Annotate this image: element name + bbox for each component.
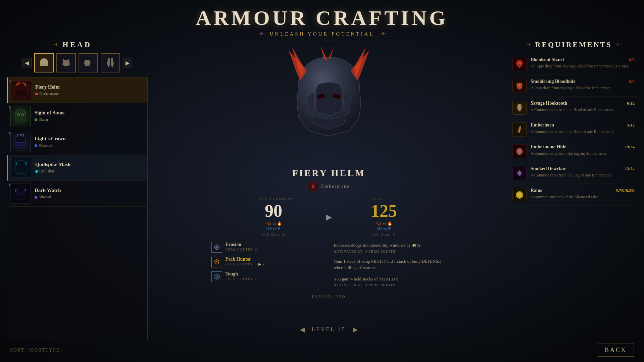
req-count-dewclaw: 12/24 [625,166,635,171]
upgrade-cell-slots: Cell Slots [339,232,430,237]
armor-tab-legs[interactable] [101,53,120,72]
bloodhide-icon [514,81,525,91]
req-name-dewclaw: Smoked Dewclaw [531,166,566,171]
current-stats-label: LEVEL 9 Current [228,197,319,201]
req-desc-dewclaw: A Common drop from the Leg of any Emberm… [531,172,635,178]
level-next-arrow[interactable]: ▶ [353,325,358,333]
req-desc-bloodsoul: An Epic drop from slaying a Bloodfire Em… [531,63,635,69]
req-item-dewclaw: Smoked Dewclaw 12/24 A Common drop from … [510,163,637,184]
item-name-stone: Sight of Stone [35,110,144,116]
perks-list: Evasion PERK POINTS: 2 [211,242,324,292]
req-desc-bloodhide: A Rare drop from slaying a Bloodfire Emb… [531,85,635,91]
req-title: REQUIREMENTS [535,40,612,49]
req-count-bloodhide: 0/6 [629,79,635,84]
stats-arrow: ▶ [326,212,332,222]
perk-desc-tough-text: You gain 4 held stacks of VITALITY. [334,276,446,282]
perk-desc-tough: You gain 4 held stacks of VITALITY. ACTI… [334,276,446,287]
req-desc-emberhorn: A Common drop from the Horn of any Ember… [531,129,635,135]
expand-info-button[interactable]: EXPAND INFO [312,294,346,299]
quill-helm-thumbnail [13,159,29,176]
svg-point-8 [518,193,521,197]
legs-tab-icon [105,57,116,68]
perk-desc-bold: 40% [412,243,420,248]
armor-type-text: Embermane [321,184,350,189]
req-info-emb-hide: Embermane Hide 19/24 A Common drop from … [531,144,635,156]
stats-section: LEVEL 9 Current 90 +15 vs 🔥 -15 vs ❄ Cel… [228,197,430,237]
sort-label[interactable]: SORT: {SORTTYPE} [10,348,63,353]
req-count-rams: 9.7K/6.2K [616,188,635,193]
req-item-bloodhide: Smoldering Bloodhide 0/6 A Rare drop fro… [510,75,637,97]
level-prev-arrow[interactable]: ◀ [300,325,305,333]
current-stats-mods: +15 vs 🔥 -15 vs ❄ [228,221,319,231]
req-name-row-emberhorn: Emberhorn 5/12 [531,122,635,128]
armor-type-icon [308,181,318,192]
armor-display: ᚠᚢᚦᚩᚱᚳ ᚠᚢᚦᚩᚱᚳ ᚠᚢᚦᚩᚱᚳ ᚠᚢᚦᚩᚱᚳ [148,40,510,168]
req-count-hooktooth: 6/12 [627,101,635,106]
upgrade-stats-label: LEVEL 15 [339,197,430,201]
rams-icon [514,190,525,200]
main-content: ⊣ HEAD ⊢ ◀ [0,40,644,340]
req-info-rams: Rams 9.7K/6.2K A common currency of the … [531,188,635,200]
hooktooth-icon [514,103,525,113]
req-icon-rams [512,188,527,202]
armor-tab-arms[interactable] [79,53,98,72]
perk-points-tough: PERK POINTS: 2 [226,277,324,281]
perk-name-tough: Tough [226,271,324,277]
req-info-dewclaw: Smoked Dewclaw 12/24 A Common drop from … [531,166,635,178]
req-name-hooktooth: Savage Hooktooth [531,101,567,106]
chest-tab-icon [60,57,72,68]
stone-helm-thumbnail [12,107,29,125]
req-name-emb-hide: Embermane Hide [531,144,566,150]
level-nav-text: LEVEL 15 [311,326,346,332]
equipment-item-sight-stone[interactable]: 0 Sight of Stone [7,103,147,129]
perk-desc-pack-text: Gain 1 stack of temp MIGHT and 1 stack o… [334,258,446,271]
type-dot-rezakiri [35,144,37,147]
req-count-bloodsoul: 0/3 [629,57,635,62]
upgrade-stats-mods: +21 vs 🔥 -21 vs ❄ [339,221,430,231]
type-dot-embermane [35,93,38,95]
corner-ornament-left: ⊣ [53,42,57,48]
tough-icon [213,273,220,280]
perk-info-evasion: Evasion PERK POINTS: 2 [226,242,324,251]
head-section-title: HEAD [62,40,92,49]
req-desc-hooktooth: A Common drop from the Head of any Ember… [531,107,635,113]
armor-tab-helm[interactable] [34,53,54,72]
emberhorn-icon [514,124,525,135]
armor-tab-next[interactable]: ▶ [123,58,132,67]
dark-helm-thumbnail [12,185,29,202]
req-corner-left: ⊣ [526,42,530,48]
current-stats-block: LEVEL 9 Current 90 +15 vs 🔥 -15 vs ❄ Cel… [228,197,319,237]
req-section-header: ⊣ REQUIREMENTS ⊢ [510,40,637,49]
req-name-bloodsoul: Bloodsoul Shard [531,57,564,62]
equipment-item-fiery-helm[interactable]: 90 Fiery Helm [7,77,147,103]
equipment-item-lights-crown[interactable]: 0 Light's Crown [7,129,147,155]
req-icon-bloodsoul [512,57,527,71]
item-info-fiery: Fiery Helm Embermane [35,84,144,96]
type-dot-quillshot [35,170,38,173]
dewclaw-icon [514,168,525,178]
perk-info-tough: Tough PERK POINTS: 2 [226,271,324,281]
bloodsoul-icon [514,59,525,69]
left-panel: ⊣ HEAD ⊢ ◀ [7,40,148,340]
svg-rect-2 [16,143,25,145]
fiery-helm-thumbnail [13,82,29,99]
req-info-bloodhide: Smoldering Bloodhide 0/6 A Rare drop fro… [531,79,635,91]
perk-points-upgrade: 2 [263,262,265,266]
req-item-emberhorn: Emberhorn 5/12 A Common drop from the Ho… [510,119,637,140]
footer: SORT: {SORTTYPE} BACK [0,340,644,362]
req-name-row-bloodhide: Smoldering Bloodhide 0/6 [531,79,635,84]
armor-tab-chest[interactable] [56,53,76,72]
equipment-item-dark-watch[interactable]: 0 Dark Watch Shrowd [7,181,147,207]
req-corner-right: ⊢ [617,42,621,48]
armor-tab-prev[interactable]: ◀ [22,58,32,67]
req-icon-emb-hide [512,144,527,158]
item-image-fiery [11,80,31,100]
back-button[interactable]: BACK [598,344,634,357]
item-info-dark: Dark Watch Shrowd [35,188,144,200]
pack-hunter-icon [213,259,220,265]
equipment-item-quillspike[interactable]: 0 Quillspike Mask [7,155,147,181]
equipment-list: 90 Fiery Helm [7,77,148,340]
req-item-bloodsoul: Bloodsoul Shard 0/3 An Epic drop from sl… [510,54,637,75]
upgrade-stats-value: 125 [339,202,430,220]
item-name-fiery: Fiery Helm [35,84,144,90]
